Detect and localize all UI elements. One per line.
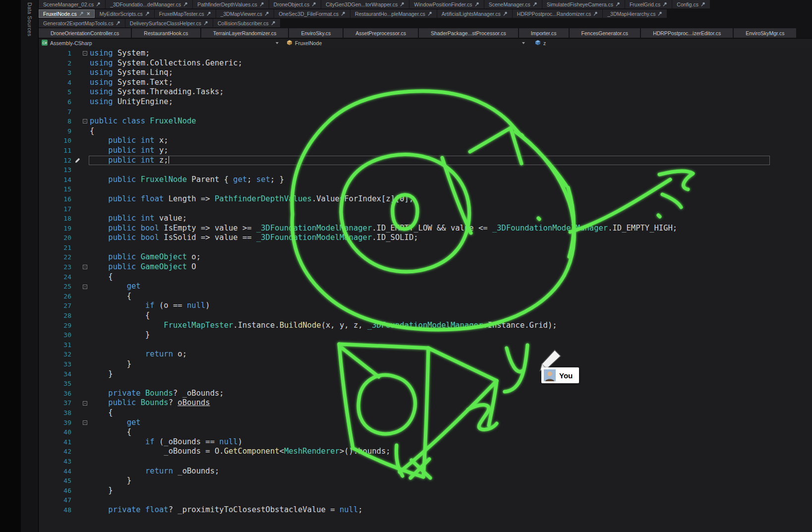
code-line-45[interactable]: 45 } xyxy=(39,476,812,486)
tab-fencesgenerator-cs[interactable]: FencesGenerator.cs xyxy=(570,28,640,38)
code-line-27[interactable]: 27 if (o == null) xyxy=(39,301,812,311)
code-line-10[interactable]: 10 public int x; xyxy=(39,136,812,146)
tab-droneobject-cs[interactable]: DroneObject.cs xyxy=(269,0,321,8)
line-number[interactable]: 21 xyxy=(39,243,73,253)
code-line-9[interactable]: 9{ xyxy=(39,126,812,136)
code-line-41[interactable]: 41 if (_oBounds == null) xyxy=(39,437,812,447)
line-number[interactable]: 26 xyxy=(39,292,73,301)
tab-collisionsubscriber-cs[interactable]: CollisionSubscriber.cs xyxy=(213,19,280,27)
code-line-19[interactable]: 19 public bool IsEmpty => value >= _3DFo… xyxy=(39,224,812,234)
code-line-11[interactable]: 11 public int y; xyxy=(39,146,812,156)
collapse-icon[interactable]: - xyxy=(83,119,87,123)
code-line-40[interactable]: 40 { xyxy=(39,427,812,437)
pin-icon[interactable] xyxy=(616,2,620,6)
line-number[interactable]: 40 xyxy=(39,427,73,437)
close-icon[interactable]: × xyxy=(87,11,90,16)
line-number[interactable]: 22 xyxy=(39,252,73,262)
pin-icon[interactable] xyxy=(79,11,84,16)
code-line-38[interactable]: 38 { xyxy=(39,408,812,418)
line-number[interactable]: 3 xyxy=(39,68,73,78)
pin-icon[interactable] xyxy=(593,11,598,16)
pin-icon[interactable] xyxy=(533,2,537,6)
line-number[interactable]: 16 xyxy=(39,194,73,204)
line-number[interactable]: 47 xyxy=(39,495,73,505)
tab-terrainlayerrandomizer-cs[interactable]: TerrainLayerRandomizer.cs xyxy=(201,28,289,38)
tab-simulatedfisheyecamera-cs[interactable]: SimulatedFisheyeCamera.cs xyxy=(542,0,625,8)
tab-scenemanager-cs[interactable]: SceneManager.cs xyxy=(484,0,542,8)
line-number[interactable]: 24 xyxy=(39,272,73,282)
line-number[interactable]: 39 xyxy=(39,418,73,428)
line-number[interactable]: 11 xyxy=(39,146,73,156)
tab-fruxelnode-cs[interactable]: FruxelNode.cs× xyxy=(39,9,95,18)
code-line-22[interactable]: 22 public GameObject o; xyxy=(39,252,812,262)
line-number[interactable]: 14 xyxy=(39,175,73,185)
collapse-icon[interactable]: - xyxy=(83,265,87,269)
tab--3dfoundatio-delmanager-cs[interactable]: _3DFoundatio...delManager.cs xyxy=(106,0,192,8)
tab-envirosky-cs[interactable]: EnviroSky.cs xyxy=(289,28,343,38)
code-line-18[interactable]: 18 public int value; xyxy=(39,214,812,224)
pin-icon[interactable] xyxy=(400,2,405,6)
pin-icon[interactable] xyxy=(204,21,208,25)
pin-icon[interactable] xyxy=(260,2,264,6)
code-line-35[interactable]: 35 xyxy=(39,379,812,389)
code-line-44[interactable]: 44 return _oBounds; xyxy=(39,467,812,476)
tab-restaurantho-plemanager-cs[interactable]: RestaurantHo...pleManager.cs xyxy=(350,9,437,18)
tab-hdrppostproc-izereditor-cs[interactable]: HDRPPostproc...izerEditor.cs xyxy=(641,28,733,38)
pin-icon[interactable] xyxy=(96,2,101,6)
line-number[interactable]: 20 xyxy=(39,233,73,243)
code-line-1[interactable]: 1-using System; xyxy=(39,49,812,59)
line-number[interactable]: 9 xyxy=(39,126,73,136)
line-number[interactable]: 19 xyxy=(39,224,73,234)
tab--3dmapviewer-cs[interactable]: _3DMapViewer.cs xyxy=(216,9,274,18)
code-line-25[interactable]: 25- get xyxy=(39,282,812,292)
code-line-31[interactable]: 31 xyxy=(39,340,812,350)
code-line-47[interactable]: 47 xyxy=(39,495,812,505)
pin-icon[interactable] xyxy=(271,21,276,25)
tab-onesec3d-fileformat-cs[interactable]: OneSec3D_FileFormat.cs xyxy=(274,9,350,18)
pin-icon[interactable] xyxy=(663,2,667,6)
pin-icon[interactable] xyxy=(503,11,508,16)
code-line-48[interactable]: 48 private float? _proximityToClosestObs… xyxy=(39,505,812,515)
line-number[interactable]: 25 xyxy=(39,282,73,292)
code-line-16[interactable]: 16 public float Length => PathfinderDept… xyxy=(39,194,812,204)
code-line-23[interactable]: 23- public GameObject O xyxy=(39,262,812,272)
tab-artificiallightsmanager-cs[interactable]: ArtificialLightsManager.cs xyxy=(437,9,512,18)
tab-droneorientationcontroller-cs[interactable]: DroneOrientationController.cs xyxy=(39,28,131,38)
collapse-icon[interactable]: - xyxy=(83,285,87,289)
data-sources-tab[interactable]: Data Sources xyxy=(27,0,33,532)
line-number[interactable]: 4 xyxy=(39,78,73,88)
code-line-42[interactable]: 42 _oBounds = O.GetComponent<MeshRendere… xyxy=(39,447,812,457)
line-number[interactable]: 10 xyxy=(39,136,73,146)
line-number[interactable]: 32 xyxy=(39,350,73,359)
breadcrumb-member[interactable]: z xyxy=(529,39,812,47)
tab-scenemanager-02-cs[interactable]: SceneManager_02.cs xyxy=(39,0,105,8)
code-line-21[interactable]: 21 xyxy=(39,243,812,253)
code-line-26[interactable]: 26 { xyxy=(39,292,812,301)
line-number[interactable]: 37 xyxy=(39,398,73,408)
code-line-46[interactable]: 46 } xyxy=(39,486,812,496)
collapse-icon[interactable]: - xyxy=(83,420,87,425)
line-number[interactable]: 29 xyxy=(39,321,73,331)
pin-icon[interactable] xyxy=(145,11,150,16)
tab-windowpositionfinder-cs[interactable]: WindowPositionFinder.cs xyxy=(409,0,483,8)
line-number[interactable]: 48 xyxy=(39,505,73,515)
tab-pathfinderdepthvalues-cs[interactable]: PathfinderDepthValues.cs xyxy=(193,0,269,8)
line-number[interactable]: 38 xyxy=(39,408,73,418)
tab-enviroskymgr-cs[interactable]: EnviroSkyMgr.cs xyxy=(734,28,796,38)
code-line-32[interactable]: 32 return o; xyxy=(39,350,812,359)
line-number[interactable]: 36 xyxy=(39,389,73,399)
code-line-3[interactable]: 3using System.Linq; xyxy=(39,68,812,78)
code-line-24[interactable]: 24 { xyxy=(39,272,812,282)
line-number[interactable]: 18 xyxy=(39,214,73,224)
tab-myeditorscripts-cs[interactable]: MyEditorScripts.cs xyxy=(95,9,154,18)
tab-shaderpackage-stprocessor-cs[interactable]: ShaderPackage...stProcessor.cs xyxy=(419,28,518,38)
code-line-12[interactable]: 12 public int z; xyxy=(39,156,812,166)
tab--3dmaphierarchy-cs[interactable]: _3DMapHierarchy.cs xyxy=(603,9,667,18)
pin-icon[interactable] xyxy=(428,11,432,16)
line-number[interactable]: 2 xyxy=(39,59,73,68)
line-number[interactable]: 46 xyxy=(39,486,73,496)
line-number[interactable]: 31 xyxy=(39,340,73,350)
tab-restauranthook-cs[interactable]: RestaurantHook.cs xyxy=(132,28,200,38)
code-line-34[interactable]: 34 } xyxy=(39,369,812,379)
pin-icon[interactable] xyxy=(658,11,662,16)
